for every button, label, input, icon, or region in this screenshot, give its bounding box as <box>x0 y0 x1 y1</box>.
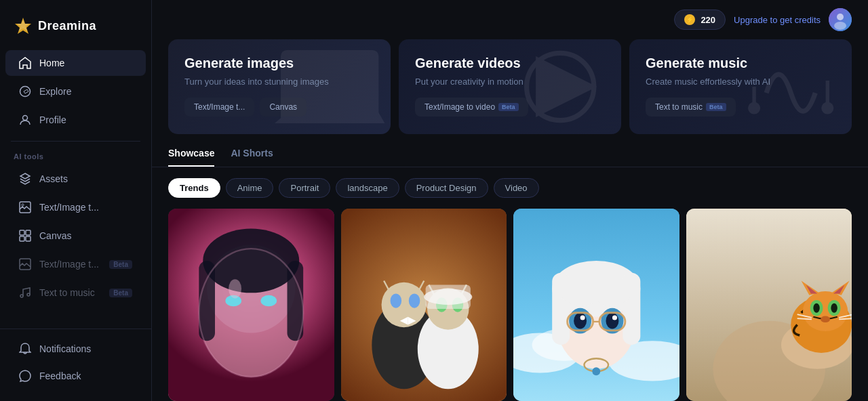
svg-point-24 <box>748 102 760 114</box>
compass-icon <box>19 85 31 98</box>
svg-point-13 <box>27 293 30 296</box>
svg-point-62 <box>612 315 617 320</box>
gallery-item-4[interactable] <box>686 209 852 401</box>
sidebar-label-text-to-music: Text to music <box>39 287 95 298</box>
card-bg-images <box>269 39 391 134</box>
image-gallery <box>152 209 868 401</box>
content-tabs: Showcase AI Shorts <box>152 148 868 167</box>
tab-showcase[interactable]: Showcase <box>168 148 214 167</box>
svg-point-81 <box>820 316 829 322</box>
svg-point-40 <box>408 293 420 308</box>
credits-count: 220 <box>701 15 715 25</box>
gallery-item-1[interactable] <box>168 209 334 401</box>
image-plus-icon <box>19 201 31 213</box>
sidebar-item-text-to-music[interactable]: Text to music Beta <box>5 280 146 305</box>
sidebar-bottom: Notifications Feedback <box>0 329 151 390</box>
credits-icon: ⚡ <box>684 14 695 25</box>
svg-point-18 <box>293 62 317 87</box>
sidebar-item-text-image[interactable]: Text/Image t... <box>5 194 146 220</box>
home-icon <box>19 57 31 69</box>
svg-point-75 <box>813 303 819 313</box>
svg-point-67 <box>592 367 600 375</box>
filter-portrait[interactable]: Portrait <box>279 178 330 198</box>
sidebar-item-feedback[interactable]: Feedback <box>5 363 146 389</box>
svg-rect-56 <box>623 273 640 345</box>
credits-button[interactable]: ⚡ 220 <box>674 9 726 30</box>
svg-line-85 <box>839 318 852 319</box>
ai-tools-section-label: AI tools <box>0 148 151 165</box>
svg-point-30 <box>260 295 277 307</box>
svg-point-76 <box>831 303 837 313</box>
sidebar-item-assets[interactable]: Assets <box>5 166 146 192</box>
feature-card-images[interactable]: Generate images Turn your ideas into stu… <box>168 39 391 134</box>
beta-badge-music: Beta <box>109 289 132 297</box>
gallery-item-3[interactable] <box>513 209 679 401</box>
svg-point-25 <box>821 102 833 114</box>
filter-product-design[interactable]: Product Design <box>405 178 488 198</box>
user-avatar[interactable] <box>829 8 852 31</box>
app-logo: Dreamina <box>0 11 151 49</box>
filter-anime[interactable]: Anime <box>226 178 274 198</box>
main-nav: Home Explore Profile AI tools <box>0 49 151 390</box>
beta-badge-music-card: Beta <box>706 103 726 111</box>
gallery-image-1 <box>168 209 334 401</box>
svg-marker-3 <box>24 89 28 93</box>
svg-point-35 <box>229 279 241 298</box>
avatar-image <box>829 8 852 31</box>
svg-point-15 <box>837 14 844 20</box>
sidebar-label-text-image: Text/Image t... <box>39 202 99 213</box>
svg-point-4 <box>23 116 28 121</box>
svg-point-60 <box>606 313 618 329</box>
svg-rect-9 <box>20 236 24 241</box>
sidebar-item-canvas[interactable]: Canvas <box>5 223 146 249</box>
gallery-item-2[interactable] <box>341 209 507 401</box>
svg-point-59 <box>574 313 587 329</box>
text-image-btn[interactable]: Text/Image t... <box>184 98 254 117</box>
upgrade-link[interactable]: Upgrade to get credits <box>734 15 821 25</box>
main-content: ⚡ 220 Upgrade to get credits Generate im… <box>152 0 868 401</box>
app-name: Dreamina <box>38 19 96 33</box>
gallery-image-3 <box>513 209 679 401</box>
bell-icon <box>19 343 31 355</box>
message-circle-icon <box>19 370 31 382</box>
feature-card-music[interactable]: Generate music Create music effortlessly… <box>629 39 852 134</box>
svg-rect-10 <box>26 236 31 241</box>
text-to-music-btn[interactable]: Text to music Beta <box>646 98 736 117</box>
gallery-image-2 <box>341 209 507 401</box>
beta-badge-text-image: Beta <box>109 260 132 269</box>
svg-rect-8 <box>26 230 31 235</box>
music-icon <box>19 287 31 299</box>
sidebar-label-notifications: Notifications <box>39 343 91 354</box>
svg-rect-55 <box>552 273 570 345</box>
logo-icon <box>14 16 33 35</box>
sidebar-label-text-image-beta: Text/Image t... <box>39 259 99 270</box>
svg-rect-7 <box>20 230 24 235</box>
feature-cards-row: Generate images Turn your ideas into stu… <box>152 39 868 134</box>
sidebar-item-text-image-beta[interactable]: Text/Image t... Beta <box>5 251 146 277</box>
filter-landscape[interactable]: landscape <box>336 178 399 198</box>
sidebar-item-profile[interactable]: Profile <box>5 107 146 133</box>
filter-pills-row: Trends Anime Portrait landscape Product … <box>152 178 868 198</box>
svg-point-61 <box>580 315 585 320</box>
card-bg-music <box>730 39 852 134</box>
user-icon <box>19 114 31 126</box>
sidebar: Dreamina Home Explore Profile AI <box>0 0 152 401</box>
sidebar-item-explore[interactable]: Explore <box>5 79 146 104</box>
sidebar-item-home[interactable]: Home <box>5 50 146 76</box>
tab-ai-shorts[interactable]: AI Shorts <box>231 148 273 167</box>
svg-point-72 <box>802 291 847 331</box>
feature-card-videos[interactable]: Generate videos Put your creativity in m… <box>399 39 621 134</box>
grid-icon <box>19 230 31 242</box>
page-header: ⚡ 220 Upgrade to get credits <box>152 0 868 39</box>
image-star-icon <box>19 258 31 270</box>
sidebar-label-explore: Explore <box>39 86 71 97</box>
svg-point-6 <box>22 204 24 206</box>
card-bg-videos <box>499 39 621 134</box>
svg-point-12 <box>20 295 23 297</box>
filter-video[interactable]: Video <box>494 178 539 198</box>
sidebar-label-assets: Assets <box>39 173 68 184</box>
filter-trends[interactable]: Trends <box>168 178 220 198</box>
svg-rect-48 <box>425 284 470 309</box>
gallery-image-4 <box>686 209 852 401</box>
sidebar-item-notifications[interactable]: Notifications <box>5 336 146 362</box>
